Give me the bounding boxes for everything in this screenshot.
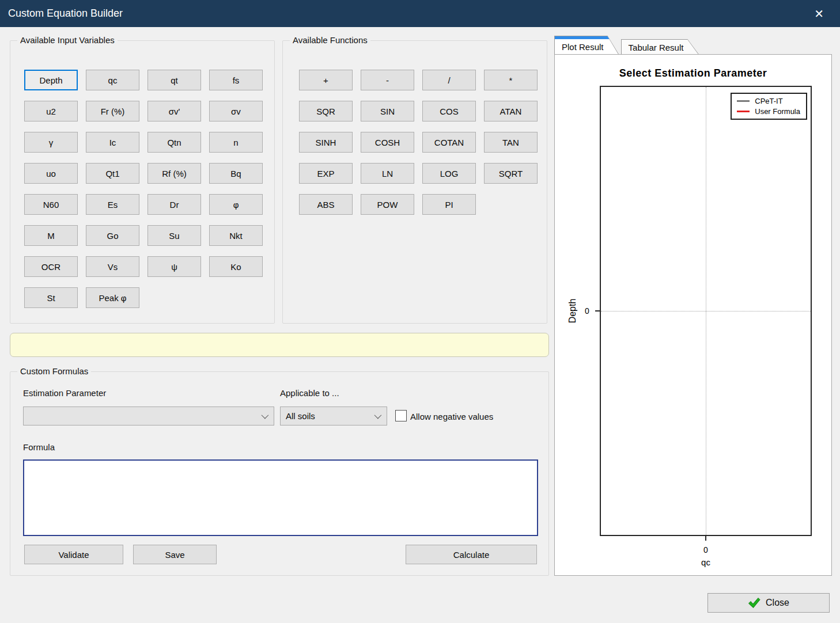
calculate-button[interactable]: Calculate: [406, 545, 537, 564]
plot-result-panel: Select Estimation Parameter CPeT-IT User…: [554, 54, 832, 576]
legend-entry: User Formula: [737, 107, 800, 116]
green-check-icon: [748, 597, 760, 609]
variable-button[interactable]: σv: [209, 101, 263, 121]
close-button-label: Close: [766, 598, 789, 608]
variable-button[interactable]: ψ: [147, 256, 201, 277]
custom-formulas-title: Custom Formulas: [17, 366, 91, 376]
variable-button[interactable]: qt: [147, 70, 201, 90]
result-tab[interactable]: Tabular Result: [621, 39, 699, 55]
variable-button[interactable]: uo: [24, 163, 78, 184]
chart-title: Select Estimation Parameter: [555, 67, 831, 79]
plot-area: CPeT-IT User Formula 0 Depth 0 qc: [600, 86, 812, 536]
tab-label: Tabular Result: [629, 43, 684, 52]
function-button[interactable]: -: [361, 70, 414, 90]
estimation-parameter-label: Estimation Parameter: [23, 388, 106, 398]
variable-button[interactable]: Su: [147, 225, 201, 246]
user-formula-line-swatch: [737, 111, 750, 112]
chevron-down-icon: [262, 412, 269, 419]
x-axis-tick-label: 0: [703, 545, 708, 554]
function-button[interactable]: EXP: [299, 163, 353, 184]
custom-formulas-groupbox: Custom Formulas Estimation Parameter App…: [10, 371, 549, 576]
x-axis-tick: [705, 536, 706, 541]
variable-button[interactable]: Depth: [24, 70, 78, 90]
tab-face: Tabular Result: [622, 40, 699, 55]
function-button[interactable]: PI: [422, 194, 476, 215]
result-tabstrip: Plot Result Tabular Result: [554, 36, 699, 55]
tab-label: Plot Result: [562, 42, 604, 52]
variables-group-title: Available Input Variables: [17, 35, 118, 45]
function-button[interactable]: COS: [422, 101, 476, 121]
function-button[interactable]: TAN: [484, 132, 538, 153]
gridline-horizontal-zero: [601, 311, 811, 312]
variable-button[interactable]: φ: [209, 194, 263, 215]
variable-button[interactable]: N60: [24, 194, 78, 215]
variable-button[interactable]: σv': [147, 101, 201, 121]
function-button[interactable]: LN: [361, 163, 414, 184]
function-button[interactable]: SQR: [299, 101, 353, 121]
variable-button[interactable]: γ: [24, 132, 78, 153]
formula-input[interactable]: [23, 459, 538, 536]
legend-label: CPeT-IT: [755, 97, 782, 105]
applicable-to-value: All soils: [286, 411, 315, 421]
function-button[interactable]: ABS: [299, 194, 353, 215]
applicable-to-label: Applicable to ...: [280, 388, 339, 398]
x-axis-label: qc: [701, 557, 710, 567]
variable-button[interactable]: Nkt: [209, 225, 263, 246]
legend-label: User Formula: [755, 107, 800, 116]
function-button[interactable]: *: [484, 70, 538, 90]
allow-negative-checkbox[interactable]: [395, 410, 407, 421]
variable-button[interactable]: Ic: [86, 132, 139, 153]
functions-grid: +-/*SQRSINCOSATANSINHCOSHCOTANTANEXPLNLO…: [299, 70, 538, 215]
function-button[interactable]: SIN: [361, 101, 414, 121]
variable-button[interactable]: Dr: [147, 194, 201, 215]
variable-button[interactable]: Qt1: [86, 163, 139, 184]
variable-button[interactable]: Go: [86, 225, 139, 246]
variable-button[interactable]: Fr (%): [86, 101, 139, 121]
variable-button[interactable]: St: [24, 287, 78, 308]
variable-button[interactable]: Peak φ: [86, 287, 139, 308]
validate-button[interactable]: Validate: [24, 545, 123, 564]
function-button[interactable]: /: [422, 70, 476, 90]
y-axis-tick-label: 0: [585, 306, 589, 316]
variable-button[interactable]: qc: [86, 70, 139, 90]
variable-button[interactable]: Vs: [86, 256, 139, 277]
legend-entry: CPeT-IT: [737, 97, 800, 105]
variable-button[interactable]: Bq: [209, 163, 263, 184]
y-axis-tick: [595, 310, 600, 312]
function-button[interactable]: ATAN: [484, 101, 538, 121]
variable-button[interactable]: fs: [209, 70, 263, 90]
variable-button[interactable]: Qtn: [147, 132, 201, 153]
function-button[interactable]: +: [299, 70, 353, 90]
variable-button[interactable]: Ko: [209, 256, 263, 277]
function-button[interactable]: POW: [361, 194, 414, 215]
function-button[interactable]: COSH: [361, 132, 414, 153]
applicable-to-select[interactable]: All soils: [280, 407, 387, 426]
variables-grid: Depthqcqtfsu2Fr (%)σv'σvγIcQtnnuoQt1Rf (…: [24, 70, 263, 308]
close-dialog-button[interactable]: Close: [707, 593, 830, 613]
variable-button[interactable]: M: [24, 225, 78, 246]
variables-groupbox: Available Input Variables Depthqcqtfsu2F…: [10, 40, 275, 324]
cpet-it-line-swatch: [737, 100, 750, 102]
title-bar: Custom Equation Builder ✕: [0, 0, 840, 27]
variable-button[interactable]: u2: [24, 101, 78, 121]
function-button[interactable]: COTAN: [422, 132, 476, 153]
tab-edge: Tabular Result: [621, 39, 699, 55]
close-window-icon[interactable]: ✕: [806, 7, 832, 21]
variable-button[interactable]: Rf (%): [147, 163, 201, 184]
chevron-down-icon: [374, 412, 382, 419]
function-button[interactable]: LOG: [422, 163, 476, 184]
variable-button[interactable]: OCR: [24, 256, 78, 277]
tab-edge: Plot Result: [554, 36, 619, 55]
allow-negative-label: Allow negative values: [410, 412, 493, 421]
status-message-bar: [10, 333, 549, 357]
y-axis-label: Depth: [567, 299, 578, 324]
result-tab[interactable]: Plot Result: [554, 36, 619, 55]
estimation-parameter-select[interactable]: [23, 407, 274, 426]
variable-button[interactable]: n: [209, 132, 263, 153]
save-button[interactable]: Save: [133, 545, 217, 564]
function-button[interactable]: SINH: [299, 132, 353, 153]
variable-button[interactable]: Es: [86, 194, 139, 215]
function-button[interactable]: SQRT: [484, 163, 538, 184]
chart-legend: CPeT-IT User Formula: [731, 93, 807, 120]
formula-label: Formula: [23, 442, 55, 452]
